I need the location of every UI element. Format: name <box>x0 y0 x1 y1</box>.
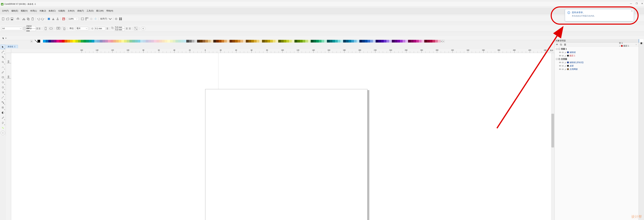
editable-icon[interactable] <box>564 61 566 63</box>
color-swatch[interactable] <box>116 40 119 42</box>
color-swatch[interactable] <box>192 40 194 42</box>
color-swatch[interactable] <box>314 40 316 42</box>
color-swatch[interactable] <box>140 40 143 42</box>
ellipse-tool[interactable] <box>0 80 5 85</box>
printable-icon[interactable] <box>562 68 564 70</box>
color-swatch[interactable] <box>105 40 108 42</box>
parallel-dimension-tool[interactable] <box>0 95 5 100</box>
color-swatch[interactable] <box>438 40 440 42</box>
color-eyedropper-tool[interactable] <box>0 115 5 120</box>
color-swatch[interactable] <box>73 40 76 42</box>
color-swatch[interactable] <box>56 40 59 42</box>
color-swatch[interactable] <box>273 40 276 42</box>
search-content-button[interactable] <box>47 17 51 21</box>
color-swatch[interactable] <box>127 40 130 42</box>
undo-button[interactable] <box>37 17 40 21</box>
options-button[interactable] <box>114 17 118 21</box>
color-swatch[interactable] <box>405 40 408 42</box>
color-swatch[interactable] <box>359 40 362 42</box>
drawing-canvas[interactable] <box>11 53 554 220</box>
publish-pdf-button[interactable]: PDF <box>62 17 66 21</box>
color-swatch[interactable] <box>173 40 176 42</box>
color-swatch[interactable] <box>362 40 365 42</box>
color-swatch[interactable] <box>154 40 156 42</box>
color-swatch[interactable] <box>302 40 305 42</box>
color-swatch[interactable] <box>335 40 338 42</box>
tree-docgrid-node[interactable]: 文档网格 <box>555 68 638 71</box>
layer-color-chip[interactable] <box>567 68 569 70</box>
zoom-level-combo[interactable]: 114% <box>68 17 78 21</box>
color-swatch[interactable] <box>232 40 235 42</box>
color-swatch[interactable] <box>119 40 121 42</box>
color-swatch[interactable] <box>48 40 51 42</box>
quick-customize-button[interactable] <box>141 27 145 30</box>
visibility-icon[interactable] <box>559 61 561 63</box>
visibility-icon[interactable] <box>559 55 561 57</box>
minimize-button[interactable]: — <box>630 2 632 5</box>
color-swatch[interactable] <box>432 40 435 42</box>
color-swatch[interactable] <box>86 40 89 42</box>
color-swatch[interactable] <box>311 40 314 42</box>
color-swatch[interactable] <box>351 40 354 42</box>
color-swatch[interactable] <box>348 40 351 42</box>
duplicate-spinner2[interactable]: ▲▼ <box>129 27 131 30</box>
color-swatch[interactable] <box>251 40 254 42</box>
color-swatch[interactable] <box>327 40 330 42</box>
color-swatch[interactable] <box>202 40 205 42</box>
color-swatch[interactable] <box>121 40 124 42</box>
color-swatch[interactable] <box>46 40 48 42</box>
printable-icon[interactable] <box>562 55 564 57</box>
color-swatch[interactable] <box>151 40 154 42</box>
color-swatch[interactable] <box>394 40 397 42</box>
color-swatch[interactable] <box>276 40 278 42</box>
color-swatch[interactable] <box>162 40 165 42</box>
visibility-icon[interactable] <box>559 65 561 67</box>
color-swatch[interactable] <box>422 40 424 42</box>
drop-shadow-tool[interactable] <box>0 105 5 110</box>
color-swatch[interactable] <box>297 40 300 42</box>
color-swatch[interactable] <box>78 40 81 42</box>
text-tool[interactable]: 字 <box>0 90 5 95</box>
color-swatch[interactable] <box>384 40 386 42</box>
color-swatch[interactable] <box>135 40 138 42</box>
color-swatch[interactable] <box>376 40 378 42</box>
tree-collapse-icon[interactable]: − <box>556 48 558 50</box>
tree-layer1-node[interactable]: 图层 1 <box>555 54 638 57</box>
copy-button[interactable] <box>26 17 30 21</box>
menu-window[interactable]: 窗口(W) <box>95 8 105 14</box>
color-swatch[interactable] <box>284 40 286 42</box>
current-page-button[interactable] <box>62 27 66 30</box>
unit-combo[interactable]: 毫米 <box>76 27 88 30</box>
color-swatch[interactable] <box>408 40 411 42</box>
color-swatch[interactable] <box>178 40 181 42</box>
color-swatch[interactable] <box>254 40 256 42</box>
color-swatch[interactable] <box>51 40 54 42</box>
color-swatch[interactable] <box>92 40 94 42</box>
show-guidelines-button[interactable] <box>94 17 98 21</box>
color-swatch[interactable] <box>424 40 427 42</box>
menu-tools[interactable]: 工具(O) <box>85 8 95 14</box>
editable-icon[interactable] <box>564 68 566 70</box>
color-swatch[interactable] <box>381 40 384 42</box>
color-swatch[interactable] <box>113 40 116 42</box>
color-swatch[interactable] <box>213 40 216 42</box>
menu-view[interactable]: 视图(V) <box>20 8 29 14</box>
color-swatch[interactable] <box>368 40 370 42</box>
editable-icon[interactable] <box>564 51 566 53</box>
color-swatch[interactable] <box>194 40 197 42</box>
visibility-icon[interactable] <box>559 68 561 70</box>
color-swatch[interactable] <box>208 40 210 42</box>
menu-layout[interactable]: 布局(L) <box>29 8 38 14</box>
show-object-properties-button[interactable] <box>555 43 559 46</box>
color-swatch[interactable] <box>392 40 394 42</box>
color-swatch[interactable] <box>238 40 240 42</box>
menu-object[interactable]: 对象(J) <box>38 8 47 14</box>
color-swatch[interactable] <box>64 40 67 42</box>
color-swatch[interactable] <box>130 40 132 42</box>
color-swatch[interactable] <box>38 40 40 42</box>
color-swatch[interactable] <box>222 40 224 42</box>
color-swatch[interactable] <box>316 40 319 42</box>
vertical-ruler[interactable]: 300280 <box>6 53 11 220</box>
paste-button[interactable] <box>31 17 34 21</box>
color-swatch[interactable] <box>386 40 389 42</box>
